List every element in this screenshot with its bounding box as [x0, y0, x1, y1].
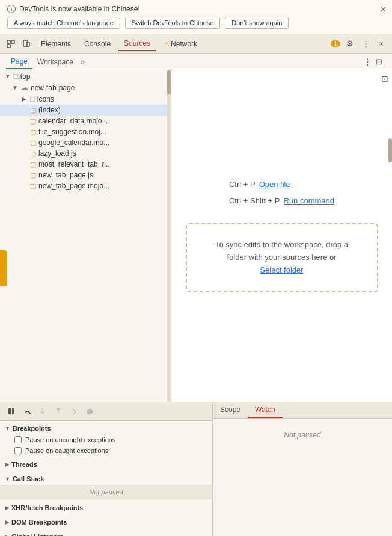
- tree-item-calendar[interactable]: ▢ calendar_data.mojo...: [0, 116, 171, 126]
- tree-item-label: new_tab_page.js: [38, 171, 93, 179]
- pause-uncaught-label: Pause on uncaught exceptions: [25, 436, 115, 443]
- tree-item-most-relevant[interactable]: ▢ most_relevant_tab_r...: [0, 159, 171, 170]
- tree-item-label: new-tab-page: [31, 84, 75, 92]
- device-toolbar-icon-button[interactable]: [19, 37, 34, 51]
- pause-caught-row[interactable]: Pause on caught exceptions: [0, 445, 212, 456]
- tree-new-tab-page[interactable]: ▼ ☁ new-tab-page: [0, 82, 171, 93]
- file-icon: ▢: [30, 106, 36, 114]
- shortcut-open-file: Ctrl + P Open file: [229, 180, 334, 189]
- close-devtools-button[interactable]: ×: [374, 37, 388, 51]
- pause-caught-label: Pause on caught exceptions: [25, 447, 108, 454]
- tab-network[interactable]: ⚠Network: [158, 37, 203, 51]
- global-header[interactable]: ▶ Global Listeners: [0, 531, 212, 536]
- tree-item-label: new_tab_page.mojo...: [38, 182, 109, 190]
- tree-item-file-suggestion[interactable]: ▢ file_suggestion.moj...: [0, 126, 171, 137]
- close-notification-button[interactable]: ×: [381, 5, 386, 14]
- tree-root-top[interactable]: ▼ □ top: [0, 70, 171, 82]
- tree-item-index[interactable]: ▢ (index): [0, 105, 171, 116]
- tab-elements[interactable]: Elements: [35, 37, 77, 51]
- dom-header[interactable]: ▶ DOM Breakpoints: [0, 516, 212, 528]
- notification-text: DevTools is now available in Chinese!: [19, 5, 140, 13]
- sources-shortcuts: Ctrl + P Open file Ctrl + Shift + P Run …: [229, 180, 334, 205]
- sub-tab-page[interactable]: Page: [6, 55, 32, 69]
- global-label: Global Listeners: [11, 533, 63, 536]
- sub-tab-workspace[interactable]: Workspace: [32, 55, 78, 69]
- arrow-expanded-icon: ▼: [12, 84, 18, 91]
- notification-badge: 1: [331, 40, 340, 47]
- step-button[interactable]: [67, 405, 81, 418]
- shortcut-keys: Ctrl + Shift + P: [229, 196, 280, 205]
- tree-item-label: file_suggestion.moj...: [38, 128, 106, 136]
- tree-item-new-tab-page-js[interactable]: ▢ new_tab_page.js: [0, 170, 171, 180]
- call-stack-header[interactable]: ▼ Call Stack: [0, 473, 212, 485]
- debug-left-panel: ▼ Breakpoints Pause on uncaught exceptio…: [0, 402, 213, 536]
- warning-icon: ⚠: [164, 40, 170, 48]
- tab-sources[interactable]: Sources: [118, 37, 156, 51]
- svg-rect-6: [12, 408, 14, 414]
- file-icon: ▢: [30, 161, 36, 168]
- devtools-tab-bar: Elements Console Sources ⚠Network 1 ⚙ ⋮ …: [0, 34, 392, 54]
- pause-uncaught-checkbox[interactable]: [14, 436, 22, 443]
- tree-item-label: top: [20, 72, 31, 81]
- debug-toolbar: [0, 402, 212, 421]
- step-out-button[interactable]: [52, 405, 65, 418]
- step-over-button[interactable]: [20, 405, 34, 418]
- tree-item-google-calendar[interactable]: ▢ google_calendar.mo...: [0, 137, 171, 148]
- tree-item-label: (index): [38, 106, 61, 114]
- scope-tab[interactable]: Scope: [213, 402, 248, 418]
- more-options-icon-button[interactable]: ⋮: [358, 37, 373, 51]
- notification-buttons: Always match Chrome's language Switch De…: [7, 17, 385, 29]
- drop-zone: To sync edits to the workspace, drop a f…: [186, 223, 378, 292]
- file-tree-scrollbar[interactable]: [167, 70, 171, 402]
- threads-section: ▶ Threads: [0, 457, 212, 472]
- sub-tab-settings-icon[interactable]: ⋮: [364, 57, 372, 66]
- arrow-icon: ▼: [5, 73, 11, 79]
- file-tree-panel: ▼ □ top ▼ ☁ new-tab-page ▶ □ icons ▢ (in…: [0, 70, 171, 402]
- breakpoints-header[interactable]: ▼ Breakpoints: [0, 422, 212, 434]
- dom-label: DOM Breakpoints: [11, 519, 67, 526]
- run-command-link[interactable]: Run command: [284, 196, 335, 205]
- always-match-button[interactable]: Always match Chrome's language: [7, 17, 120, 29]
- pause-uncaught-row[interactable]: Pause on uncaught exceptions: [0, 434, 212, 445]
- watch-tab[interactable]: Watch: [248, 402, 283, 418]
- xhr-label: XHR/fetch Breakpoints: [11, 504, 83, 511]
- tab-console[interactable]: Console: [78, 37, 117, 51]
- file-icon: ▢: [30, 182, 36, 190]
- more-tabs-icon[interactable]: »: [78, 57, 87, 66]
- tree-item-lazy-load[interactable]: ▢ lazy_load.js: [0, 148, 171, 159]
- select-folder-link[interactable]: Select folder: [260, 265, 303, 274]
- open-file-link[interactable]: Open file: [259, 180, 290, 189]
- svg-rect-0: [7, 40, 10, 43]
- panel-icon-button[interactable]: ⊡: [381, 74, 388, 84]
- inspect-icon-button[interactable]: [4, 37, 18, 51]
- main-content-area: ▼ □ top ▼ ☁ new-tab-page ▶ □ icons ▢ (in…: [0, 70, 392, 402]
- dont-show-button[interactable]: Don't show again: [225, 17, 289, 29]
- file-icon: ▢: [30, 139, 36, 147]
- section-arrow-icon: ▼: [5, 425, 10, 431]
- not-paused-left: Not paused: [0, 485, 212, 499]
- section-arrow-icon: ▶: [5, 505, 9, 511]
- pause-caught-checkbox[interactable]: [14, 447, 22, 454]
- panel-toggle-icon[interactable]: ⊡: [372, 55, 386, 69]
- file-icon: ▢: [30, 150, 36, 158]
- file-icon: ▢: [30, 171, 36, 179]
- settings-icon-button[interactable]: ⚙: [343, 37, 357, 51]
- tree-item-label: icons: [37, 95, 54, 103]
- svg-line-10: [73, 411, 76, 414]
- threads-header[interactable]: ▶ Threads: [0, 458, 212, 470]
- drop-zone-text: To sync edits to the workspace, drop a f…: [215, 240, 348, 262]
- file-tree-scrollbar-thumb[interactable]: [167, 70, 171, 94]
- tree-item-icons[interactable]: ▶ □ icons: [0, 93, 171, 105]
- step-into-button[interactable]: [36, 405, 49, 418]
- xhr-section: ▶ XHR/fetch Breakpoints: [0, 501, 212, 515]
- pause-resume-button[interactable]: [5, 405, 18, 418]
- debug-right-tab-bar: Scope Watch: [213, 402, 392, 419]
- svg-rect-5: [8, 408, 11, 414]
- tree-item-new-tab-page-mojo[interactable]: ▢ new_tab_page.mojo...: [0, 180, 171, 191]
- mobile-emulator-hint[interactable]: [0, 250, 7, 286]
- deactivate-breakpoints-button[interactable]: [83, 405, 96, 418]
- xhr-header[interactable]: ▶ XHR/fetch Breakpoints: [0, 502, 212, 514]
- debug-right-panel: Scope Watch Not paused: [213, 402, 392, 536]
- switch-to-chinese-button[interactable]: Switch DevTools to Chinese: [125, 17, 220, 29]
- global-section: ▶ Global Listeners: [0, 529, 212, 536]
